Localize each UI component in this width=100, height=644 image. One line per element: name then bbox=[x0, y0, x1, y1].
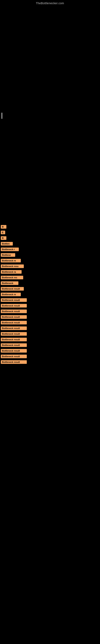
top-chart-area bbox=[0, 6, 100, 110]
bottleneck-result-badge[interactable]: Bottleneck result bbox=[1, 349, 27, 352]
result-item-25: Bottleneck result bbox=[0, 360, 100, 365]
results-container: BEBBottlenBottleneck rBottleneBottleneck… bbox=[0, 223, 100, 365]
bottleneck-result-badge[interactable]: Bottleneck result bbox=[1, 298, 27, 302]
bottleneck-result-badge[interactable]: Bottleneck r bbox=[1, 248, 19, 251]
bottleneck-result-badge[interactable]: Bottleneck result bbox=[1, 287, 24, 290]
bottleneck-result-badge[interactable]: Bottlene bbox=[1, 253, 15, 257]
bottleneck-result-badge[interactable]: Bottleneck result bbox=[1, 304, 27, 308]
result-item-21: Bottleneck result bbox=[0, 338, 100, 342]
bottleneck-result-badge[interactable]: Bottlen bbox=[1, 242, 13, 246]
result-item-17: Bottleneck result bbox=[0, 315, 100, 320]
result-item-8: Bottleneck resu bbox=[0, 264, 100, 269]
result-item-24: Bottleneck result bbox=[0, 354, 100, 359]
bottleneck-result-badge[interactable]: Bottleneck result bbox=[1, 321, 27, 324]
cursor-indicator bbox=[1, 113, 2, 119]
bottleneck-result-badge[interactable]: Bottleneck re bbox=[1, 292, 21, 296]
bottleneck-result-badge[interactable]: B bbox=[1, 236, 6, 240]
bottleneck-result-badge[interactable]: E bbox=[1, 231, 5, 234]
result-item-3: B bbox=[0, 236, 100, 241]
site-title: TheBottlenecker.com bbox=[0, 0, 100, 6]
result-item-13: Bottleneck re bbox=[0, 292, 100, 297]
result-item-20: Bottleneck result bbox=[0, 332, 100, 336]
bottleneck-result-badge[interactable]: Bottleneck result bbox=[1, 332, 27, 336]
bottleneck-result-badge[interactable]: Bottleneck re bbox=[1, 259, 21, 262]
bottleneck-result-badge[interactable]: Bottleneck result bbox=[1, 315, 27, 319]
result-item-15: Bottleneck result bbox=[0, 304, 100, 308]
bottleneck-result-badge[interactable]: Bottleneck result bbox=[1, 343, 27, 347]
result-item-2: E bbox=[0, 231, 100, 235]
result-item-12: Bottleneck result bbox=[0, 287, 100, 292]
result-item-19: Bottleneck result bbox=[0, 326, 100, 331]
result-item-11: Bottleneck bbox=[0, 281, 100, 286]
bottleneck-result-badge[interactable]: Bottleneck bbox=[1, 281, 18, 285]
result-item-18: Bottleneck result bbox=[0, 321, 100, 325]
result-item-14: Bottleneck result bbox=[0, 298, 100, 303]
bottleneck-result-badge[interactable]: Bottleneck result bbox=[1, 338, 27, 341]
bottleneck-result-badge[interactable]: Bottleneck result bbox=[1, 326, 27, 330]
bottleneck-result-badge[interactable]: Bottleneck result bbox=[1, 354, 27, 358]
result-item-6: Bottlene bbox=[0, 253, 100, 258]
bottleneck-result-badge[interactable]: Bottleneck result bbox=[1, 360, 27, 364]
result-item-9: Bottleneck ra bbox=[0, 270, 100, 274]
result-item-16: Bottleneck result bbox=[0, 310, 100, 314]
bottleneck-result-badge[interactable]: Bottleneck resu bbox=[1, 264, 24, 268]
bottleneck-result-badge[interactable]: Bottleneck ra bbox=[1, 270, 22, 274]
result-item-10: Bottleneck res bbox=[0, 276, 100, 280]
bottleneck-result-badge[interactable]: B bbox=[1, 225, 6, 228]
bottleneck-result-badge[interactable]: Bottleneck result bbox=[1, 310, 27, 313]
result-item-1: B bbox=[0, 225, 100, 230]
result-item-23: Bottleneck result bbox=[0, 349, 100, 354]
bottleneck-result-badge[interactable]: Bottleneck res bbox=[1, 276, 23, 279]
result-item-4: Bottlen bbox=[0, 242, 100, 246]
result-item-7: Bottleneck re bbox=[0, 259, 100, 263]
result-item-5: Bottleneck r bbox=[0, 248, 100, 252]
result-item-22: Bottleneck result bbox=[0, 343, 100, 348]
